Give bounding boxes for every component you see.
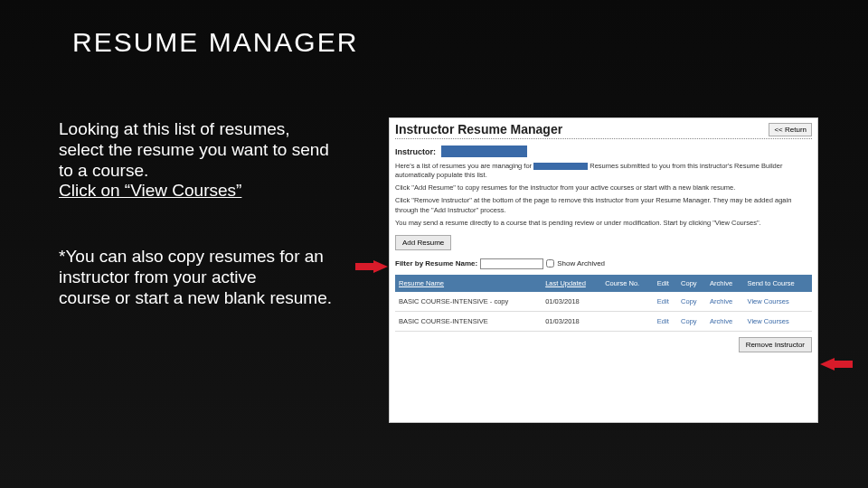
filter-row: Filter by Resume Name: Show Archived bbox=[390, 256, 817, 275]
view-courses-link[interactable]: View Courses bbox=[744, 311, 812, 331]
col-edit: Edit bbox=[654, 275, 677, 292]
remove-instructor-button[interactable]: Remove Instructor bbox=[739, 337, 812, 352]
redacted-name bbox=[441, 145, 527, 157]
app-panel: Instructor Resume Manager << Return Inst… bbox=[389, 117, 818, 423]
return-button[interactable]: << Return bbox=[769, 123, 812, 136]
app-title: Instructor Resume Manager bbox=[395, 122, 562, 136]
instruction-para-2: *You can also copy resumes for an instru… bbox=[59, 247, 339, 308]
divider bbox=[395, 138, 812, 139]
cell-course-no bbox=[601, 292, 654, 312]
col-archive: Archive bbox=[706, 275, 743, 292]
blurb-1a: Here's a list of resumes you are managin… bbox=[395, 162, 532, 170]
arrow-right-icon bbox=[355, 260, 388, 273]
table-row: BASIC COURSE-INTENSIVE - copy 01/03/2018… bbox=[395, 292, 812, 312]
col-copy: Copy bbox=[677, 275, 706, 292]
page-title: RESUME MANAGER bbox=[72, 27, 358, 58]
instruction-para-1: Looking at this list of resumes, select … bbox=[59, 119, 339, 202]
blurb-line-1: Here's a list of resumes you are managin… bbox=[390, 160, 817, 182]
arrow-left-icon bbox=[820, 358, 853, 371]
show-archived-label: Show Archived bbox=[557, 259, 605, 267]
archive-link[interactable]: Archive bbox=[706, 292, 743, 312]
col-last-updated[interactable]: Last Updated bbox=[542, 275, 601, 292]
filter-input[interactable] bbox=[480, 258, 543, 269]
app-header: Instructor Resume Manager << Return bbox=[390, 118, 817, 138]
show-archived-checkbox[interactable] bbox=[546, 259, 554, 267]
copy-link[interactable]: Copy bbox=[677, 292, 706, 312]
col-send: Send to Course bbox=[744, 275, 812, 292]
view-courses-link[interactable]: View Courses bbox=[744, 292, 812, 312]
archive-link[interactable]: Archive bbox=[706, 311, 743, 331]
cell-resume-name: BASIC COURSE-INTENSIVE - copy bbox=[395, 292, 542, 312]
edit-link[interactable]: Edit bbox=[654, 311, 677, 331]
cell-last-updated: 01/03/2018 bbox=[542, 292, 601, 312]
instruction-text-1a: Looking at this list of resumes, select … bbox=[59, 119, 329, 180]
svg-marker-1 bbox=[820, 358, 853, 371]
instruction-text-2a: *You can also copy resumes for an instru… bbox=[59, 247, 324, 286]
remove-wrap: Remove Instructor bbox=[390, 332, 817, 358]
edit-link[interactable]: Edit bbox=[654, 292, 677, 312]
add-resume-button[interactable]: Add Resume bbox=[395, 235, 451, 250]
blurb-line-3: Click "Remove Instructor" at the bottom … bbox=[390, 194, 817, 216]
instructor-row: Instructor: bbox=[390, 143, 817, 160]
instruction-column: Looking at this list of resumes, select … bbox=[59, 119, 339, 309]
instructor-label: Instructor: bbox=[395, 147, 436, 156]
copy-link[interactable]: Copy bbox=[677, 311, 706, 331]
svg-marker-0 bbox=[355, 260, 388, 273]
cell-resume-name: BASIC COURSE-INTENSIVE bbox=[395, 311, 542, 331]
table-header-row: Resume Name Last Updated Course No. Edit… bbox=[395, 275, 812, 292]
col-course-no: Course No. bbox=[601, 275, 654, 292]
cell-course-no bbox=[601, 311, 654, 331]
filter-label: Filter by Resume Name: bbox=[395, 259, 477, 267]
blurb-line-2: Click "Add Resume" to copy resumes for t… bbox=[390, 182, 817, 194]
instruction-text-1b: Click on “View Courses” bbox=[59, 181, 241, 200]
resume-table: Resume Name Last Updated Course No. Edit… bbox=[395, 275, 812, 332]
table-row: BASIC COURSE-INTENSIVE 01/03/2018 Edit C… bbox=[395, 311, 812, 331]
col-resume-name[interactable]: Resume Name bbox=[395, 275, 542, 292]
instruction-text-2b: course or start a new blank resume. bbox=[59, 288, 332, 307]
cell-last-updated: 01/03/2018 bbox=[542, 311, 601, 331]
redacted-name-inline bbox=[533, 163, 588, 170]
blurb-line-4: You may send a resume directly to a cour… bbox=[390, 217, 817, 230]
